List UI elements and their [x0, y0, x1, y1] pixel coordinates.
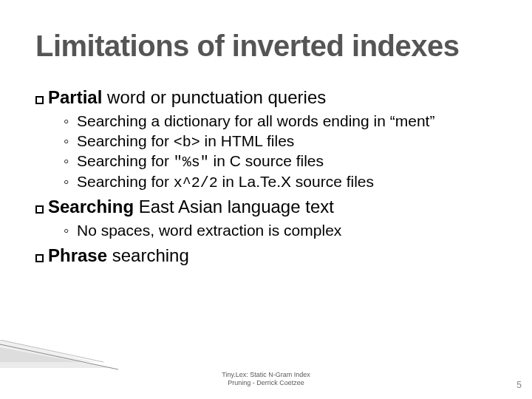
heading-text: Searching East Asian language text — [48, 197, 334, 218]
bullet-square-icon — [35, 205, 44, 214]
list-item: No spaces, word extraction is complex — [66, 221, 497, 241]
heading-partial: Partial word or punctuation queries — [35, 87, 497, 109]
item-code: "%s" — [174, 154, 209, 171]
sublist-east-asian: No spaces, word extraction is complex — [35, 221, 497, 241]
item-text: Searching for — [77, 132, 174, 149]
heading-rest: word or punctuation queries — [102, 87, 326, 107]
footer: Tiny.Lex: Static N-Gram Index Pruning - … — [0, 371, 532, 387]
bullet-square-icon — [35, 254, 44, 262]
slide-title: Limitations of inverted indexes — [35, 30, 497, 62]
section-partial: Partial word or punctuation queries Sear… — [35, 87, 497, 192]
heading-rest: East Asian language text — [134, 197, 334, 216]
section-east-asian: Searching East Asian language text No sp… — [35, 197, 497, 241]
slide: Limitations of inverted indexes Partial … — [0, 0, 532, 399]
page-number: 5 — [516, 380, 522, 390]
item-code: x^2/2 — [174, 174, 218, 191]
item-text: Searching for — [77, 152, 174, 169]
list-item: Searching for <b> in HTML files — [66, 132, 497, 152]
svg-line-2 — [0, 344, 118, 369]
item-text: Searching for — [77, 173, 174, 190]
heading-rest: searching — [107, 245, 189, 265]
footer-line-1: Tiny.Lex: Static N-Gram Index — [0, 371, 532, 379]
heading-phrase: Phrase searching — [35, 245, 497, 267]
footer-line-2: Pruning - Derrick Coetzee — [0, 379, 532, 387]
item-text: in La.Te.X source files — [218, 173, 374, 190]
item-text: in HTML files — [200, 132, 295, 149]
sublist-partial: Searching a dictionary for all words end… — [35, 112, 497, 193]
list-item: Searching for "%s" in C source files — [66, 151, 497, 172]
item-code: <b> — [174, 134, 200, 151]
bullet-square-icon — [35, 96, 44, 104]
heading-bold: Partial — [48, 87, 102, 107]
section-phrase: Phrase searching — [35, 245, 497, 267]
heading-bold: Phrase — [48, 245, 107, 265]
list-item: Searching for x^2/2 in La.Te.X source fi… — [66, 172, 497, 193]
svg-line-3 — [0, 340, 103, 362]
item-text: No spaces, word extraction is complex — [77, 222, 341, 239]
list-item: Searching a dictionary for all words end… — [66, 112, 497, 132]
item-text: Searching a dictionary for all words end… — [77, 112, 434, 129]
heading-east-asian: Searching East Asian language text — [35, 197, 497, 218]
heading-bold: Searching — [48, 197, 134, 216]
corner-accent-icon — [0, 340, 118, 371]
heading-text: Partial word or punctuation queries — [48, 87, 326, 109]
heading-text: Phrase searching — [48, 245, 189, 267]
svg-marker-0 — [0, 340, 96, 362]
item-text: in C source files — [209, 152, 324, 169]
svg-marker-1 — [0, 347, 111, 368]
